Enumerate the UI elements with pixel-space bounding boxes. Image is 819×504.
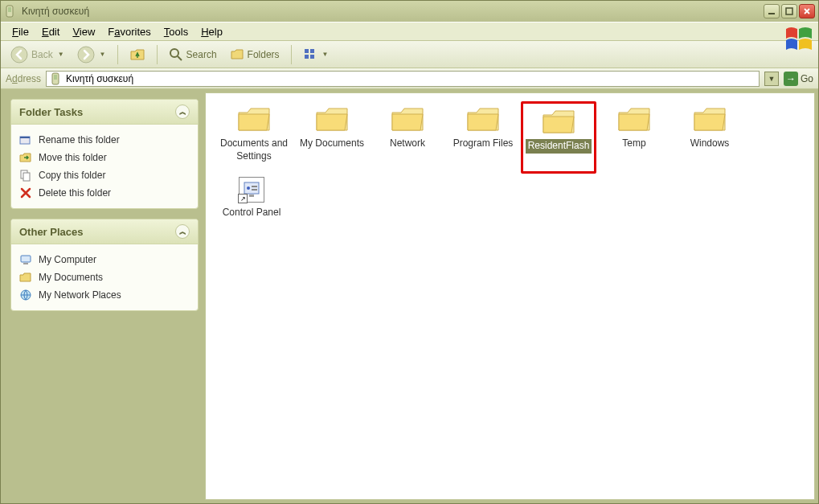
menu-tools[interactable]: Tools [158, 24, 195, 39]
other-places-body: My Computer My Documents My Network Plac… [11, 244, 198, 310]
folders-icon [230, 47, 244, 62]
menubar: File Edit View Favorites Tools Help [1, 22, 818, 41]
forward-button[interactable]: ▼ [72, 43, 111, 66]
views-dropdown-icon: ▼ [322, 51, 329, 58]
folder-label: Network [387, 137, 428, 151]
delete-folder-link[interactable]: Delete this folder [16, 184, 193, 202]
folder-icon [236, 104, 272, 133]
address-input-container [46, 71, 760, 87]
folder-network[interactable]: Network [370, 101, 445, 174]
my-network-label: My Network Places [39, 289, 121, 301]
search-icon [169, 47, 183, 62]
svg-rect-16 [23, 173, 30, 181]
folder-tasks-header[interactable]: Folder Tasks ︽ [11, 100, 198, 125]
maximize-button[interactable] [781, 4, 797, 18]
windows-logo-icon [783, 24, 815, 48]
my-network-link[interactable]: My Network Places [16, 286, 193, 304]
svg-rect-24 [252, 189, 257, 191]
folder-program-files[interactable]: Program Files [445, 101, 521, 174]
forward-icon [77, 46, 95, 64]
move-folder-link[interactable]: Move this folder [16, 149, 193, 166]
folder-icon [390, 104, 425, 133]
move-icon [19, 151, 32, 164]
my-documents-link[interactable]: My Documents [16, 268, 193, 286]
device-icon [50, 72, 63, 85]
window-title: Κινητή συσκευή [22, 6, 764, 17]
toolbar: Back ▼ ▼ Search Folders ▼ [1, 41, 818, 68]
svg-rect-17 [21, 256, 31, 262]
go-button[interactable]: → Go [784, 72, 813, 86]
menu-favorites[interactable]: Favorites [101, 24, 157, 39]
folder-icon [616, 104, 652, 133]
address-label: Address [6, 73, 41, 84]
minimize-button[interactable] [764, 4, 780, 18]
svg-point-22 [247, 186, 250, 190]
window-buttons [764, 4, 815, 18]
menu-help[interactable]: Help [195, 24, 229, 39]
menu-file[interactable]: File [6, 24, 35, 39]
svg-rect-10 [310, 55, 314, 59]
folder-label: Windows [688, 137, 732, 151]
my-documents-label: My Documents [39, 272, 103, 283]
back-label: Back [31, 49, 53, 60]
svg-point-4 [11, 47, 27, 63]
menu-view[interactable]: View [66, 24, 101, 39]
search-label: Search [186, 49, 217, 60]
file-view[interactable]: Documents and Settings My Documents Netw… [205, 92, 815, 500]
folder-label: Temp [620, 137, 648, 151]
addressbar: Address ▼ → Go [1, 68, 818, 89]
collapse-icon[interactable]: ︽ [175, 224, 190, 239]
delete-icon [19, 186, 32, 199]
close-button[interactable] [799, 4, 815, 18]
views-button[interactable]: ▼ [298, 45, 334, 64]
my-computer-label: My Computer [39, 254, 96, 265]
copy-label: Copy this folder [39, 170, 105, 181]
folder-windows[interactable]: Windows [672, 101, 747, 174]
svg-point-5 [78, 47, 94, 63]
forward-dropdown-icon: ▼ [100, 51, 106, 58]
shortcut-label: Control Panel [220, 206, 284, 220]
folder-documents-and-settings[interactable]: Documents and Settings [214, 101, 294, 174]
rename-folder-link[interactable]: Rename this folder [16, 131, 193, 149]
svg-rect-20 [244, 182, 259, 194]
up-button[interactable] [125, 44, 150, 65]
shortcut-control-panel[interactable]: ↗ Control Panel [214, 174, 289, 246]
svg-rect-21 [249, 195, 254, 197]
go-label: Go [801, 73, 813, 84]
svg-rect-23 [252, 186, 257, 187]
svg-rect-2 [768, 13, 775, 14]
folder-icon [314, 104, 350, 133]
copy-folder-link[interactable]: Copy this folder [16, 166, 193, 184]
folder-label: My Documents [297, 137, 367, 151]
folder-tasks-body: Rename this folder Move this folder Copy… [11, 125, 198, 208]
folder-label: Documents and Settings [215, 137, 293, 163]
folder-residentflash[interactable]: ResidentFlash [521, 101, 596, 174]
collapse-icon[interactable]: ︽ [175, 104, 190, 119]
copy-icon [19, 169, 32, 182]
other-places-title: Other Places [19, 226, 84, 238]
address-input[interactable] [66, 73, 756, 84]
svg-rect-3 [786, 8, 792, 14]
folder-label: Program Files [451, 137, 516, 151]
menu-edit[interactable]: Edit [35, 24, 66, 39]
control-panel-icon: ↗ [239, 177, 264, 203]
folder-temp[interactable]: Temp [596, 101, 672, 174]
other-places-header[interactable]: Other Places ︽ [11, 219, 198, 244]
my-computer-link[interactable]: My Computer [16, 251, 193, 268]
back-button[interactable]: Back ▼ [6, 43, 69, 66]
chevron-down-icon: ▼ [768, 75, 776, 83]
svg-rect-12 [54, 75, 57, 80]
folder-my-documents[interactable]: My Documents [294, 101, 370, 174]
shortcut-arrow-icon: ↗ [238, 194, 248, 203]
toolbar-separator [291, 45, 292, 64]
svg-rect-9 [305, 55, 309, 59]
svg-rect-1 [8, 7, 11, 12]
search-button[interactable]: Search [164, 45, 222, 64]
back-dropdown-icon: ▼ [58, 51, 64, 58]
folders-button[interactable]: Folders [225, 45, 285, 64]
folder-tasks-panel: Folder Tasks ︽ Rename this folder Move t… [10, 99, 199, 209]
folder-icon [465, 104, 501, 133]
toolbar-separator [117, 45, 118, 64]
back-icon [10, 46, 28, 64]
address-dropdown[interactable]: ▼ [764, 72, 779, 86]
